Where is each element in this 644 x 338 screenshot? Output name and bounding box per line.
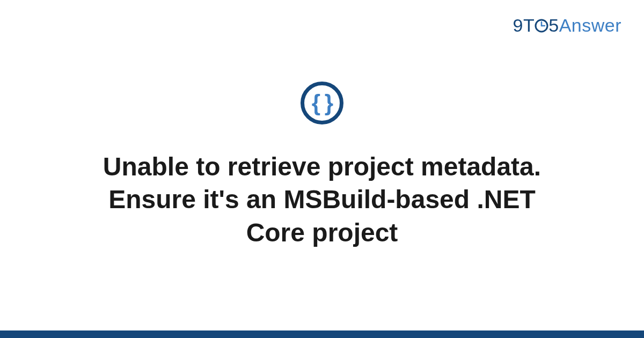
- footer-accent-bar: [0, 330, 644, 338]
- main-content: { } Unable to retrieve project metadata.…: [0, 0, 644, 330]
- page-title: Unable to retrieve project metadata. Ens…: [75, 150, 569, 249]
- braces-icon: { }: [312, 92, 332, 114]
- topic-icon-circle: { }: [301, 82, 343, 124]
